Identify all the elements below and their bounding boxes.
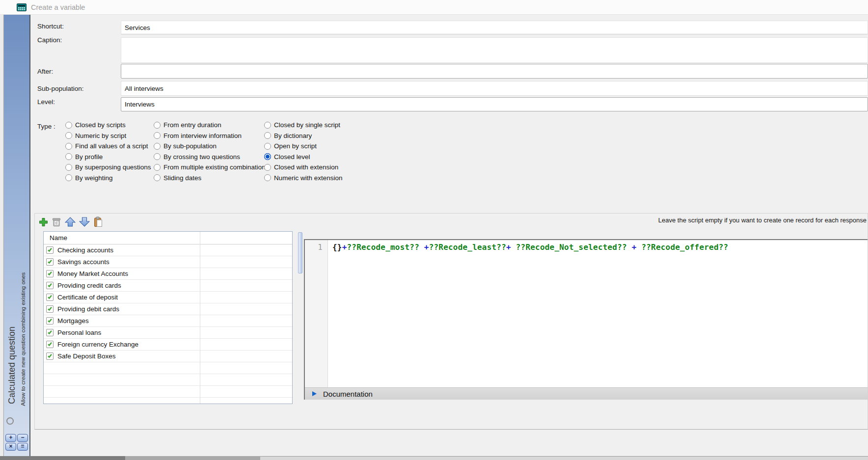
table-row-empty [44,362,292,374]
equals-key-icon: = [17,443,28,451]
table-row[interactable]: Savings accounts [44,256,292,268]
radio-icon[interactable] [65,122,72,129]
table-row[interactable]: Certificate of deposit [44,292,292,303]
code-segment: ??Recode_offered?? [641,243,728,252]
type-column-1: Closed by scripts Numeric by script Find… [65,120,151,183]
checkbox[interactable] [46,305,54,313]
table-row[interactable]: Mortgages [44,315,292,327]
radio-icon[interactable] [264,164,271,171]
check-icon [48,318,52,323]
radio-option[interactable]: Closed with extension [264,162,343,173]
radio-icon[interactable] [154,174,161,181]
level-input[interactable] [121,97,868,111]
radio-icon[interactable] [154,132,161,139]
checkbox[interactable] [46,246,54,254]
checkbox[interactable] [46,317,54,325]
table-row[interactable]: Safe Deposit Boxes [44,351,292,362]
sidebar-tab-calculated-question[interactable]: Calculated question Allow to create new … [3,15,30,457]
table-row[interactable]: Providing credit cards [44,280,292,292]
check-icon [48,259,52,264]
documentation-header[interactable]: Documentation [305,387,868,400]
code-segment: {} [332,243,342,252]
radio-label: Open by script [274,142,317,150]
table-row[interactable]: Foreign currency Exchange [44,339,292,351]
radio-icon[interactable] [65,153,72,160]
table-scrollbar[interactable] [298,232,302,273]
checkbox[interactable] [46,329,54,336]
sub-population-input[interactable]: All interviews [121,81,868,96]
checkbox[interactable] [46,270,54,277]
move-up-icon[interactable] [65,217,76,227]
table-row[interactable]: Money Market Accounts [44,268,292,280]
radio-option[interactable]: From multiple existing combinations [154,162,269,173]
radio-icon[interactable] [154,153,161,160]
radio-icon[interactable] [65,174,72,181]
move-down-icon[interactable] [79,217,90,227]
radio-option[interactable]: By crossing two questions [154,152,269,162]
radio-label: By dictionary [274,132,312,139]
row-label: Mortgages [57,317,89,325]
radio-option[interactable]: By sub-population [154,141,269,152]
radio-label: Sliding dates [163,174,201,182]
type-label: Type : [37,123,55,130]
after-input[interactable] [121,64,868,79]
expand-arrow-icon[interactable] [312,391,317,396]
radio-icon[interactable] [264,174,271,181]
code-segment: + [632,243,637,252]
radio-option[interactable]: Numeric with extension [264,173,343,184]
code-segment: ??Recode_most?? [347,243,420,252]
table-row[interactable]: Providing debit cards [44,303,292,315]
checkbox[interactable] [46,258,54,266]
radio-option-selected[interactable]: Closed level [264,152,343,162]
radio-icon[interactable] [154,122,161,129]
window-title: Create a variable [31,3,85,11]
radio-icon[interactable] [154,143,161,150]
radio-icon[interactable] [154,164,161,171]
shortcut-input[interactable] [121,21,868,34]
radio-option[interactable]: By dictionary [264,131,343,141]
script-editor[interactable]: 1 {}+??Recode_most?? +??Recode_least??+ … [304,239,868,400]
checkbox[interactable] [46,341,54,348]
checkbox[interactable] [46,352,54,360]
radio-option[interactable]: By profile [65,152,151,162]
radio-option[interactable]: Closed by scripts [65,120,151,131]
script-code-line[interactable]: {}+??Recode_most?? +??Recode_least??+ ??… [332,243,866,252]
radio-option[interactable]: Find all values of a script [65,141,151,152]
radio-icon[interactable] [264,132,271,139]
radio-option[interactable]: By weighting [65,173,151,184]
radio-option[interactable]: Closed by single script [264,120,343,131]
radio-label: Numeric with extension [274,174,343,182]
minus-key-icon: − [17,434,28,442]
paste-icon[interactable] [93,216,103,227]
code-segment: + [506,243,511,252]
create-variable-dialog: Create a variable Calculated question Al… [0,0,868,460]
radio-icon[interactable] [65,164,72,171]
checkbox[interactable] [46,294,54,301]
radio-option[interactable]: Numeric by script [65,131,151,141]
row-label: Safe Deposit Boxes [57,352,116,360]
radio-option[interactable]: From interview information [154,131,269,141]
radio-option[interactable]: By superposing questions [65,162,151,173]
code-segment [627,243,632,252]
radio-option[interactable]: Sliding dates [154,173,269,184]
radio-label: Closed level [274,153,310,161]
table-row[interactable]: Checking accounts [44,244,292,256]
code-segment: + [342,243,347,252]
checkbox[interactable] [46,282,54,289]
radio-icon[interactable] [65,143,72,150]
radio-option[interactable]: Open by script [264,141,343,152]
recycle-bin-icon[interactable] [52,217,61,227]
bottom-edge-left [0,456,125,460]
multiply-key-icon: × [5,443,16,451]
radio-icon[interactable] [264,143,271,150]
check-icon [48,341,52,346]
table-row[interactable]: Personal loans [44,327,292,339]
bottom-edge-right [260,456,868,460]
add-icon[interactable] [39,217,48,227]
caption-input[interactable] [121,37,868,63]
radio-icon[interactable] [264,122,271,129]
radio-icon[interactable] [264,153,271,160]
radio-icon[interactable] [65,132,72,139]
radio-label: Closed by scripts [75,121,126,129]
radio-option[interactable]: From entry duration [154,120,269,131]
